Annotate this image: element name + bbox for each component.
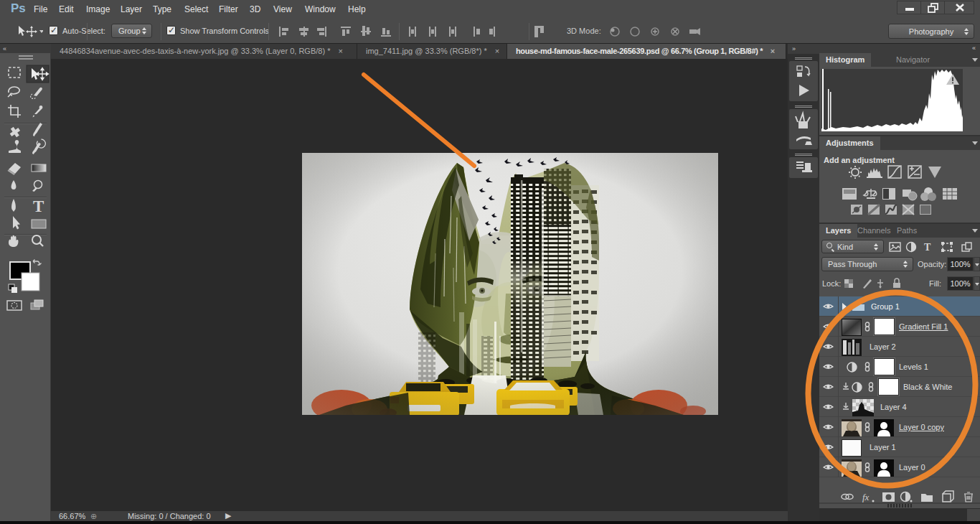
svg-text:»: » [792,45,796,52]
svg-text:fx: fx [862,492,870,502]
svg-text:«: « [3,45,6,52]
svg-text:T: T [924,242,931,253]
svg-text:T: T [33,197,44,215]
